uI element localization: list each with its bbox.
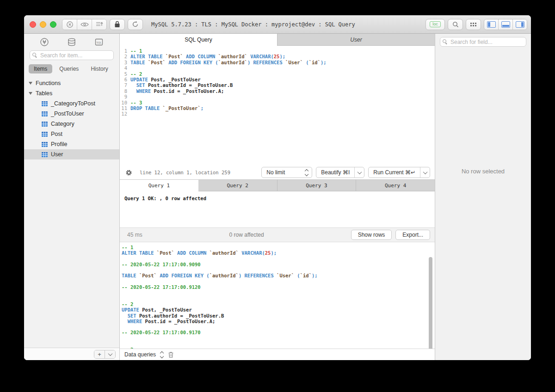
code-line: TABLE `Post` ADD FOREIGN KEY (`authorId`…: [130, 60, 435, 65]
editor-tab-bar: SQL QueryUser: [120, 34, 435, 46]
show-rows-button[interactable]: Show rows: [351, 230, 392, 240]
tree-item-label: _PostToUser: [51, 110, 84, 117]
add-item-dropdown-button[interactable]: [105, 350, 115, 358]
log-scrollbar[interactable]: [429, 257, 432, 349]
result-tab-query-3[interactable]: Query 3: [277, 180, 356, 191]
tree-item-label: Post: [51, 131, 62, 137]
lock-icon: [114, 21, 120, 28]
code-line: DROP TABLE `_PostToUser`;: [130, 105, 435, 111]
preview-button[interactable]: [77, 19, 92, 30]
toggle-right-panel-button[interactable]: [512, 19, 527, 30]
lock-button[interactable]: [110, 19, 125, 30]
results-toolbar: 45 ms 0 row affected Show rows Export...: [120, 227, 435, 242]
tree-item-label: Category: [51, 121, 74, 127]
app-window: MySQL 5.7.23 : TLS : MySQL Docker : mypr…: [24, 15, 531, 360]
database-icon[interactable]: [67, 38, 76, 46]
disclosure-triangle-icon[interactable]: [29, 92, 32, 95]
log-line: -- 2020-05-22 17:17:00.9090: [122, 262, 435, 267]
log-line: TABLE `Post` ADD FOREIGN KEY (`authorId`…: [122, 273, 435, 278]
log-line: -- 1: [122, 245, 435, 250]
field-search-input[interactable]: [440, 37, 526, 47]
bottom-bar: Data queries: [120, 349, 435, 360]
trash-icon[interactable]: [168, 351, 174, 358]
sidebar-tab-bar: ItemsQueriesHistory: [24, 62, 119, 76]
sidebar-tab-queries[interactable]: Queries: [54, 64, 84, 74]
item-search-input[interactable]: [30, 50, 114, 60]
search-icon: [32, 53, 37, 57]
code-line: WHERE Post.id = _PostToUser.A;: [130, 88, 435, 94]
connection-icon[interactable]: [40, 37, 49, 47]
beautify-button[interactable]: Beautify ⌘I: [316, 167, 364, 178]
close-connection-button[interactable]: [62, 19, 77, 30]
zoom-window-button[interactable]: [50, 21, 56, 28]
log-line: ALTER TABLE `Post` ADD COLUMN `authorId`…: [122, 250, 435, 256]
log-line: [122, 296, 435, 301]
sidebar-search: [30, 50, 114, 60]
sidebar-tab-history[interactable]: History: [86, 64, 113, 74]
code-line: UPDATE Post, _PostToUser: [130, 77, 435, 82]
data-queries-label: Data queries: [124, 351, 156, 358]
query-log-button[interactable]: [92, 19, 106, 30]
rows-affected: 0 row affected: [142, 232, 351, 238]
code-line: [130, 111, 435, 116]
open-anything-button[interactable]: [466, 19, 481, 30]
editor-tab-user[interactable]: User: [277, 34, 435, 46]
toggle-left-panel-button[interactable]: [484, 19, 498, 30]
log-line: SET Post.authorId = _PostToUser.B: [122, 313, 435, 318]
layout-right-icon: [516, 21, 524, 28]
eye-icon: [80, 22, 89, 27]
window-title: MySQL 5.7.23 : TLS : MySQL Docker : mypr…: [151, 21, 355, 28]
beautify-dropdown-button[interactable]: [355, 171, 364, 174]
toggle-bottom-panel-button[interactable]: [498, 19, 512, 30]
table-icon: [42, 101, 48, 106]
log-line: [122, 267, 435, 273]
table-item-posttouser[interactable]: _PostToUser: [24, 109, 119, 119]
chevron-down-icon: [108, 351, 112, 356]
result-tab-query-4[interactable]: Query 4: [356, 180, 435, 191]
log-line: -- 2020-05-22 17:17:00.9170: [122, 330, 435, 335]
tree-group-functions[interactable]: Functions: [24, 78, 119, 88]
table-item-categorytopost[interactable]: _CategoryToPost: [24, 98, 119, 109]
result-tab-query-2[interactable]: Query 2: [198, 180, 277, 191]
sidebar-bottom-bar: +: [24, 348, 119, 360]
connection-toolbar-group: [62, 19, 107, 30]
code-line: -- 1: [130, 48, 435, 54]
grid-icon: [470, 23, 476, 26]
query-log-output: -- 1ALTER TABLE `Post` ADD COLUMN `autho…: [120, 242, 435, 349]
code-line: ALTER TABLE `Post` ADD COLUMN `authorId`…: [130, 54, 435, 59]
row-limit-select[interactable]: No limit: [261, 167, 312, 178]
empty-state-message: No row selected: [435, 168, 531, 175]
reload-icon: [132, 21, 139, 28]
table-item-profile[interactable]: Profile: [24, 139, 119, 149]
table-item-category[interactable]: Category: [24, 119, 119, 129]
run-log-icon: [96, 21, 103, 27]
elapsed-time: 45 ms: [127, 232, 142, 238]
search-toolbar-button[interactable]: [448, 19, 463, 30]
table-icon: [42, 122, 48, 127]
export-button[interactable]: Export...: [395, 230, 430, 240]
run-dropdown-button[interactable]: [420, 171, 430, 174]
data-queries-select[interactable]: [160, 352, 163, 358]
close-window-button[interactable]: [30, 21, 36, 28]
reload-button[interactable]: [128, 19, 143, 30]
result-tab-query-1[interactable]: Query 1: [120, 180, 198, 191]
add-item-button[interactable]: +: [94, 350, 105, 358]
sql-editor[interactable]: 123456789101112 -- 1ALTER TABLE `Post` A…: [120, 46, 435, 165]
table-icon: [42, 132, 48, 137]
disclosure-triangle-icon[interactable]: [29, 82, 32, 85]
table-item-user[interactable]: User: [24, 149, 119, 159]
tree-group-tables[interactable]: Tables: [24, 88, 119, 98]
editor-tab-sql-query[interactable]: SQL Query: [120, 34, 277, 46]
table-icon: [42, 111, 48, 116]
sql-file-icon[interactable]: SQL: [94, 38, 104, 46]
search-icon: [452, 21, 459, 28]
table-item-post[interactable]: Post: [24, 129, 119, 139]
log-line: -- 3: [122, 347, 435, 349]
sidebar-tab-items[interactable]: Items: [29, 64, 52, 74]
minimize-window-button[interactable]: [40, 21, 46, 28]
run-current-button[interactable]: Run Current ⌘↵: [368, 167, 430, 178]
sidebar-tree: FunctionsTables_CategoryToPost_PostToUse…: [24, 76, 119, 348]
log-line: [122, 341, 435, 347]
gear-icon[interactable]: [125, 169, 132, 176]
loc-button[interactable]: loc: [426, 19, 445, 30]
